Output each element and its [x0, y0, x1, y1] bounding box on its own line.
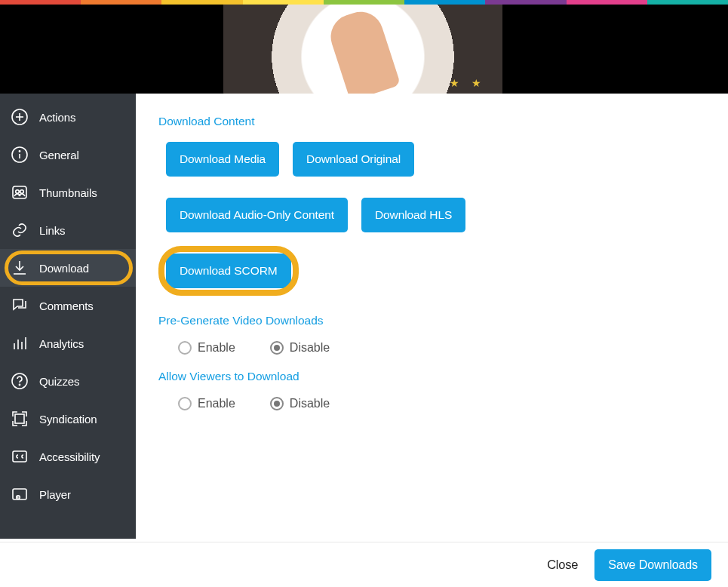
svg-point-14	[19, 384, 20, 385]
analytics-icon	[11, 334, 29, 352]
sidebar-item-label: Player	[39, 488, 71, 501]
svg-point-5	[19, 151, 20, 152]
video-thumbnail[interactable]	[223, 5, 502, 94]
download-hls-button[interactable]: Download HLS	[361, 198, 465, 232]
allow-viewers-radios: Enable Disable	[178, 397, 705, 410]
main-panel: Download Content Download MediaDownload …	[136, 94, 728, 539]
allow-viewers-disable[interactable]: Disable	[270, 397, 330, 410]
sidebar-item-label: Quizzes	[39, 375, 80, 388]
sidebar-item-download[interactable]: Download	[0, 249, 136, 287]
svg-point-8	[20, 190, 24, 194]
sidebar-item-label: Links	[39, 224, 66, 237]
sidebar-item-label: General	[39, 149, 79, 161]
download-scorm-button[interactable]: Download SCORM	[166, 254, 291, 288]
svg-point-7	[16, 190, 20, 194]
download-original-button[interactable]: Download Original	[293, 142, 414, 177]
sidebar-item-thumbnails[interactable]: Thumbnails	[0, 174, 136, 211]
sidebar-item-label: Analytics	[39, 337, 84, 350]
sidebar-item-label: Comments	[39, 300, 94, 312]
player-icon	[11, 485, 29, 503]
sidebar-item-actions[interactable]: Actions	[0, 98, 136, 136]
radio-label: Disable	[290, 397, 330, 410]
sidebar-item-quizzes[interactable]: Quizzes	[0, 362, 136, 400]
save-downloads-button[interactable]: Save Downloads	[594, 549, 711, 581]
quiz-icon	[11, 372, 29, 390]
allow-viewers-title: Allow Viewers to Download	[158, 370, 705, 383]
people-icon	[11, 183, 29, 201]
sidebar-item-label: Accessibility	[39, 450, 100, 463]
sidebar-item-label: Download	[39, 262, 89, 275]
syndication-icon	[11, 410, 29, 428]
sidebar-item-label: Thumbnails	[39, 186, 97, 199]
download-icon	[11, 259, 29, 277]
download-content-title: Download Content	[158, 115, 705, 128]
allow-viewers-enable[interactable]: Enable	[178, 397, 235, 410]
sidebar-item-syndication[interactable]: Syndication	[0, 400, 136, 438]
download-media-button[interactable]: Download Media	[166, 142, 279, 177]
pre-generate-radios: Enable Disable	[178, 341, 705, 355]
cc-icon	[11, 447, 29, 466]
pre-generate-title: Pre-Generate Video Downloads	[158, 314, 705, 327]
sidebar: ActionsGeneralThumbnailsLinksDownloadCom…	[0, 94, 136, 539]
sidebar-item-analytics[interactable]: Analytics	[0, 324, 136, 362]
footer-bar: Close Save Downloads	[0, 542, 728, 587]
plus-circle-icon	[11, 108, 29, 126]
svg-rect-6	[13, 186, 26, 198]
download-audio-only-content-button[interactable]: Download Audio-Only Content	[166, 198, 348, 232]
sidebar-item-player[interactable]: Player	[0, 475, 136, 513]
svg-rect-16	[13, 451, 26, 462]
sidebar-item-label: Actions	[39, 111, 76, 124]
download-button-group: Download MediaDownload OriginalDownload …	[166, 142, 705, 288]
sidebar-item-accessibility[interactable]: Accessibility	[0, 438, 136, 475]
video-preview-area	[0, 5, 728, 94]
svg-rect-15	[15, 414, 24, 423]
sidebar-item-label: Syndication	[39, 413, 97, 426]
comments-icon	[11, 297, 29, 315]
pre-generate-disable[interactable]: Disable	[270, 341, 330, 355]
radio-label: Enable	[198, 341, 235, 355]
sidebar-item-comments[interactable]: Comments	[0, 287, 136, 324]
sidebar-item-links[interactable]: Links	[0, 211, 136, 249]
main-scroll[interactable]: ✕ ActionsGeneralThumbnailsLinksDownloadC…	[0, 0, 728, 542]
close-button[interactable]: Close	[547, 558, 578, 572]
pre-generate-enable[interactable]: Enable	[178, 341, 235, 355]
link-icon	[11, 221, 29, 239]
radio-label: Disable	[290, 341, 330, 355]
sidebar-item-general[interactable]: General	[0, 136, 136, 174]
radio-label: Enable	[198, 397, 235, 410]
info-circle-icon	[11, 146, 29, 164]
